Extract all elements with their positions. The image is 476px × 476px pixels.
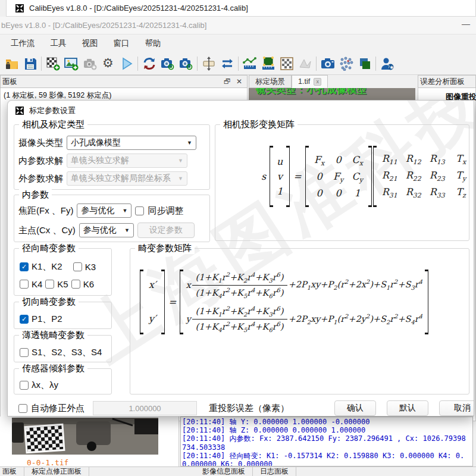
camera-zoom-out-icon[interactable] bbox=[177, 54, 195, 73]
menu-help[interactable]: 帮助 bbox=[138, 36, 168, 51]
intrinsic-solve-label: 内参数求解 bbox=[18, 155, 63, 167]
tab-panel[interactable]: 面板 bbox=[0, 467, 24, 476]
s1s2s3s4-checkbox[interactable] bbox=[20, 348, 29, 357]
window-title: CalibEyes v1.8.0 - [D:/CalibEyes/2025123… bbox=[29, 4, 248, 12]
reprojection-error-label: 重投影误差（像素） bbox=[209, 403, 289, 414]
dialog-title: 标定参数设置 bbox=[29, 105, 76, 116]
bottom-tab-bar: 面板 标定点修正面板 影像信息面板 日志面板 bbox=[0, 466, 476, 476]
projection-equation: s uv1 = Fx0Cx0FyCy001 R11R12R13TxR21R22R… bbox=[258, 146, 474, 207]
thumbnail-filename: 0-0-1.tif bbox=[27, 458, 68, 467]
toolbar-separator bbox=[197, 57, 198, 71]
menu-window[interactable]: 窗口 bbox=[107, 36, 137, 51]
tab-image[interactable]: 1.tif x bbox=[292, 75, 328, 88]
toolbar-separator bbox=[41, 57, 42, 71]
svg-text:?◉: ?◉ bbox=[387, 65, 393, 70]
reprojection-threshold-input[interactable]: 1.000000 bbox=[93, 401, 197, 415]
confirm-button[interactable]: 确认 bbox=[334, 400, 376, 416]
add-camera-icon[interactable] bbox=[80, 54, 99, 73]
dialog-logo-icon bbox=[15, 106, 24, 115]
layers-icon[interactable] bbox=[355, 54, 374, 73]
calibration-image-thumbnail[interactable] bbox=[12, 418, 158, 455]
tab-log-panel[interactable]: 日志面板 bbox=[253, 467, 296, 476]
app-titlebar: bEyes v1.8.0 - [D:/CalibEyes/20251231-4/… bbox=[0, 17, 476, 35]
os-titlebar: CalibEyes v1.8.0 - [D:/CalibEyes/2025123… bbox=[6, 0, 476, 17]
lambda-checkbox[interactable] bbox=[20, 381, 29, 390]
auto-outlier-checkbox[interactable] bbox=[18, 404, 27, 413]
close-panel-icon[interactable]: ✕ bbox=[235, 77, 243, 86]
k1k2-checkbox[interactable] bbox=[20, 262, 29, 271]
lens-type-overlay: 镜头类型：小孔成像模型 bbox=[256, 88, 367, 96]
tab-scene[interactable]: 标定场景 bbox=[249, 75, 292, 88]
p1p2-checkbox[interactable] bbox=[20, 315, 29, 324]
k3-checkbox[interactable] bbox=[73, 262, 82, 271]
menu-tools[interactable]: 工具 bbox=[43, 36, 74, 51]
board-pose-icon[interactable] bbox=[259, 54, 277, 73]
log-line: 0.000000 K6: 0.000000 bbox=[182, 460, 471, 466]
auto-outlier-label: 自动修正外点 bbox=[31, 403, 84, 414]
chevron-down-icon: ▼ bbox=[178, 158, 183, 164]
camera-zoom-in-icon[interactable] bbox=[158, 54, 177, 73]
menu-bar: 工作流 工具 视图 窗口 帮助 bbox=[0, 35, 476, 52]
cancel-button[interactable]: 取消 bbox=[439, 400, 474, 416]
run-icon[interactable] bbox=[117, 54, 136, 73]
log-line: [20:11:40] 轴 Z: 0.000000 0.000000 1.0000… bbox=[182, 426, 471, 434]
main-toolbar: ⚙ ?◉ bbox=[0, 52, 476, 75]
add-image-icon[interactable] bbox=[62, 54, 80, 73]
camera-model-select[interactable]: 小孔成像模型 ▼ bbox=[67, 136, 196, 150]
add-board-icon[interactable] bbox=[43, 54, 62, 73]
sync-adjust-checkbox[interactable] bbox=[135, 206, 144, 215]
k5-checkbox[interactable] bbox=[45, 280, 54, 289]
toolbar-separator bbox=[375, 57, 376, 71]
principal-optimize-select[interactable]: 参与优化 ▼ bbox=[79, 223, 134, 237]
toolbar-separator bbox=[316, 57, 317, 71]
app-window: CalibEyes v1.8.0 - [D:/CalibEyes/2025123… bbox=[0, 0, 476, 476]
capture-camera-icon[interactable] bbox=[318, 54, 337, 73]
log-line: 734.503338 bbox=[182, 443, 471, 452]
point-cloud-icon[interactable] bbox=[337, 54, 355, 73]
focal-optimize-select[interactable]: 参与优化 ▼ bbox=[77, 203, 131, 218]
menu-view[interactable]: 视图 bbox=[75, 36, 105, 51]
focal-label: 焦距(Fx 、Fy) bbox=[18, 205, 73, 217]
dialog-titlebar[interactable]: 标定参数设置 bbox=[15, 105, 76, 116]
k6-checkbox[interactable] bbox=[71, 280, 80, 289]
measure-points-icon[interactable] bbox=[240, 54, 259, 73]
chevron-down-icon: ▼ bbox=[187, 140, 192, 146]
fit-vertical-icon[interactable] bbox=[199, 54, 218, 73]
inner-window-title: bEyes v1.8.0 - [D:/CalibEyes/20251231-4/… bbox=[0, 21, 206, 30]
log-line: [20:11:40] 轴 Y: 0.000000 1.000000 -0.000… bbox=[182, 418, 471, 426]
close-tab-icon[interactable]: x bbox=[314, 78, 321, 86]
set-parameters-button[interactable]: 设定参数 bbox=[137, 223, 195, 238]
image-viewport[interactable]: 镜头类型：小孔成像模型 bbox=[249, 88, 415, 101]
float-panel-icon[interactable]: 🗗 bbox=[223, 77, 231, 86]
sync-adjust-label: 同步调整 bbox=[148, 205, 183, 217]
calibration-settings-dialog: 上海图准科技 标定参数设置 相机及标定类型 摄像头类型 小孔成像模型 ▼ 内参数… bbox=[7, 100, 474, 416]
intrinsic-solve-select[interactable]: 单镜头独立求解 ▼ bbox=[67, 154, 187, 168]
log-line: [20:11:40] 内参数: Fx: 2387.642150 Fy: 2387… bbox=[182, 434, 471, 443]
checkerboard-icon[interactable] bbox=[277, 54, 296, 73]
error-panel-header: 误差分析面板 bbox=[418, 75, 476, 88]
tab-point-correction-panel[interactable]: 标定点修正面板 bbox=[24, 467, 89, 476]
checkerboard-target bbox=[24, 424, 65, 453]
scene-tab-bar: 标定场景 1.tif x bbox=[249, 75, 416, 88]
chevron-down-icon: ▼ bbox=[178, 176, 183, 181]
k4-checkbox[interactable] bbox=[20, 280, 29, 289]
user-help-icon[interactable]: ?◉ bbox=[378, 54, 396, 73]
extrinsic-solve-select[interactable]: 单镜头独立求解局部坐标系 ▼ bbox=[67, 171, 187, 186]
settings-gear-icon[interactable]: ⚙ bbox=[99, 54, 117, 73]
principal-label: 主点(Cx 、Cy) bbox=[18, 225, 76, 236]
chevron-down-icon: ▼ bbox=[123, 208, 128, 214]
mesh-disabled-icon[interactable] bbox=[296, 54, 314, 73]
toolbar-separator bbox=[137, 57, 138, 71]
loop-icon[interactable] bbox=[218, 54, 236, 73]
menu-workflow[interactable]: 工作流 bbox=[4, 36, 42, 51]
default-button[interactable]: 默认 bbox=[387, 400, 428, 416]
refresh-icon[interactable] bbox=[140, 54, 158, 73]
open-project-icon[interactable] bbox=[2, 54, 21, 73]
extrinsic-solve-label: 外参数求解 bbox=[18, 173, 63, 184]
tab-image-info-panel[interactable]: 影像信息面板 bbox=[195, 467, 253, 476]
minimize-button[interactable]: — bbox=[462, 19, 470, 29]
left-panel-header: 面板 🗗 ✕ bbox=[0, 75, 248, 88]
left-panel-title: 面板 bbox=[1, 77, 17, 87]
save-icon[interactable] bbox=[21, 54, 39, 73]
app-logo-icon bbox=[15, 4, 24, 13]
